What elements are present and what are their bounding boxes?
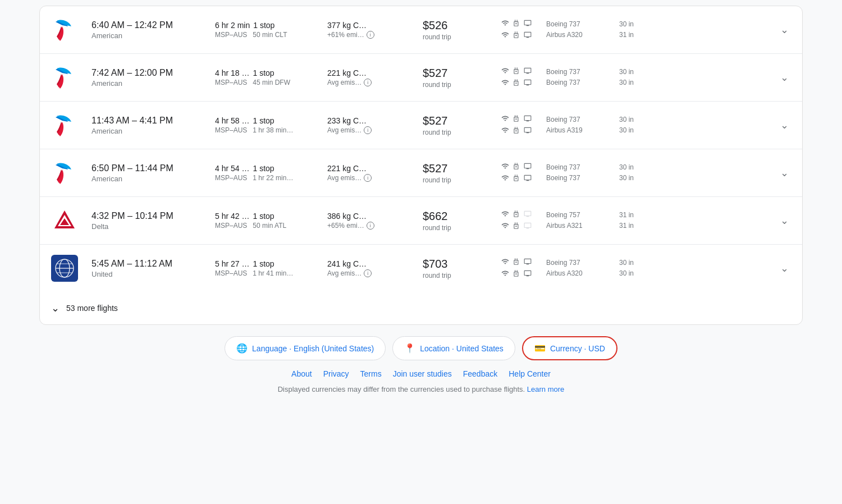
col-emissions-4: 221 kg C… Avg emis… i <box>327 164 400 182</box>
amenity-row-top-6 <box>501 258 535 267</box>
airline-logo-3 <box>51 112 78 139</box>
info-icon-5[interactable]: i <box>367 222 374 230</box>
col-duration-1: 6 hr 2 min 1 stop MSP–AUS 50 min CLT <box>215 21 305 39</box>
price-type-5: round trip <box>423 224 484 232</box>
price-4: $527 <box>423 162 484 175</box>
price-type-6: round trip <box>423 272 484 280</box>
info-icon-3[interactable]: i <box>364 126 372 134</box>
seat-top-5: 31 in <box>619 210 647 221</box>
footer-link-privacy[interactable]: Privacy <box>323 369 349 378</box>
expand-button-6[interactable]: ⌄ <box>778 260 791 277</box>
duration-stops-1: 6 hr 2 min 1 stop <box>215 21 305 30</box>
expand-button-4[interactable]: ⌄ <box>778 164 791 181</box>
route-info-5: MSP–AUS 50 min ATL <box>215 222 305 230</box>
col-price-3: $527 round trip <box>423 114 484 136</box>
duration-text: 6 hr 2 min <box>215 21 250 30</box>
col-aircraft-5: Boeing 757 Airbus A321 <box>546 210 608 231</box>
emissions-main-5: 386 kg C… <box>327 212 400 221</box>
route-info-1: MSP–AUS 50 min CLT <box>215 31 305 39</box>
amenity-row-bottom-6 <box>501 269 535 279</box>
col-amenities-5 <box>501 210 535 231</box>
aircraft-top-6: Boeing 737 <box>546 258 608 268</box>
footer-link-user-studies[interactable]: Join user studies <box>393 369 452 378</box>
col-emissions-2: 221 kg C… Avg emis… i <box>327 68 400 86</box>
info-icon-1[interactable]: i <box>367 31 374 39</box>
time-range-3: 11:43 AM – 4:41 PM <box>91 116 193 126</box>
location-label: Location · United States <box>420 344 504 353</box>
expand-button-2[interactable]: ⌄ <box>778 69 791 86</box>
flight-row-3[interactable]: 11:43 AM – 4:41 PM American 4 hr 58 … 1 … <box>40 102 802 149</box>
power-top-icon-4 <box>512 162 520 172</box>
aircraft-bottom-6: Airbus A320 <box>546 268 608 279</box>
disclaimer-text: Displayed currencies may differ from the… <box>278 385 525 393</box>
price-2: $527 <box>423 67 484 80</box>
screen-top-icon-3 <box>524 114 532 124</box>
col-emissions-6: 241 kg C… Avg emis… i <box>327 259 400 277</box>
flight-row-5[interactable]: 4:32 PM – 10:14 PM Delta 5 hr 42 … 1 sto… <box>40 197 802 245</box>
seat-bottom-1: 31 in <box>619 30 647 40</box>
location-button[interactable]: 📍 Location · United States <box>392 336 515 360</box>
price-1: $526 <box>423 19 484 32</box>
wifi-top-icon-2 <box>501 67 509 76</box>
aircraft-top-4: Boeing 737 <box>546 162 608 173</box>
more-flights-label: 53 more flights <box>66 304 118 313</box>
col-time-3: 11:43 AM – 4:41 PM American <box>91 116 193 135</box>
footer-link-feedback[interactable]: Feedback <box>463 369 497 378</box>
seat-top-3: 30 in <box>619 114 647 125</box>
amenity-row-top-2 <box>501 67 535 76</box>
amenity-row-bottom-5 <box>501 222 535 231</box>
learn-more-link[interactable]: Learn more <box>527 385 564 393</box>
power-bottom-icon-5 <box>512 222 520 231</box>
col-amenities-2 <box>501 67 535 88</box>
aircraft-top-3: Boeing 737 <box>546 114 608 125</box>
expand-button-1[interactable]: ⌄ <box>778 21 791 38</box>
price-type-2: round trip <box>423 81 484 89</box>
power-top-icon-5 <box>512 210 520 219</box>
expand-button-3[interactable]: ⌄ <box>778 117 791 134</box>
emissions-sub-5: +65% emi… i <box>327 222 400 230</box>
info-icon-2[interactable]: i <box>364 79 372 86</box>
col-duration-6: 5 hr 27 … 1 stop MSP–AUS 1 hr 41 min… <box>215 259 305 277</box>
screen-top-icon-2 <box>524 67 532 76</box>
info-icon-4[interactable]: i <box>364 174 372 182</box>
flight-row-4[interactable]: 6:50 PM – 11:44 PM American 4 hr 54 … 1 … <box>40 149 802 197</box>
expand-button-5[interactable]: ⌄ <box>778 212 791 229</box>
language-button[interactable]: 🌐 Language · English (United States) <box>225 336 386 360</box>
power-bottom-icon-3 <box>512 126 520 136</box>
col-duration-5: 5 hr 42 … 1 stop MSP–AUS 50 min ATL <box>215 212 305 230</box>
footer-link-terms[interactable]: Terms <box>360 369 382 378</box>
seat-top-2: 30 in <box>619 67 647 77</box>
flight-row-1[interactable]: 6:40 AM – 12:42 PM American 6 hr 2 min 1… <box>40 6 802 54</box>
amenity-row-bottom-3 <box>501 126 535 136</box>
time-range-2: 7:42 AM – 12:00 PM <box>91 68 193 78</box>
time-range-5: 4:32 PM – 10:14 PM <box>91 211 193 221</box>
airline-name-5: Delta <box>91 222 193 231</box>
wifi-bottom-icon-1 <box>501 31 509 40</box>
price-type-4: round trip <box>423 176 484 184</box>
wifi-top-icon-4 <box>501 162 509 172</box>
amenity-row-top-5 <box>501 210 535 219</box>
flight-row-6[interactable]: 5:45 AM – 11:12 AM United 5 hr 27 … 1 st… <box>40 245 802 292</box>
col-emissions-1: 377 kg C… +61% emi… i <box>327 21 400 39</box>
wifi-top-icon-6 <box>501 258 509 267</box>
airline-name-1: American <box>91 31 193 40</box>
emissions-main-3: 233 kg C… <box>327 116 400 125</box>
more-flights-row[interactable]: ⌄ 53 more flights <box>40 292 802 324</box>
airline-logo-1 <box>51 16 78 43</box>
aircraft-bottom-1: Airbus A320 <box>546 30 608 40</box>
currency-button[interactable]: 💳 Currency · USD <box>522 336 617 360</box>
time-range-4: 6:50 PM – 11:44 PM <box>91 163 193 173</box>
page-wrapper: 6:40 AM – 12:42 PM American 6 hr 2 min 1… <box>28 0 814 410</box>
footer-link-about[interactable]: About <box>291 369 312 378</box>
info-icon-6[interactable]: i <box>364 269 372 277</box>
flight-row-2[interactable]: 7:42 AM – 12:00 PM American 4 hr 18 … 1 … <box>40 54 802 102</box>
emissions-sub-3: Avg emis… i <box>327 126 400 134</box>
footer-link-help[interactable]: Help Center <box>509 369 551 378</box>
screen-top-icon-1 <box>524 19 532 29</box>
wifi-top-icon-5 <box>501 210 509 219</box>
col-aircraft-1: Boeing 737 Airbus A320 <box>546 19 608 40</box>
stops-text: 1 stop <box>253 68 274 77</box>
price-type-3: round trip <box>423 129 484 136</box>
col-seat-5: 31 in 31 in <box>619 210 647 231</box>
col-amenities-3 <box>501 114 535 136</box>
